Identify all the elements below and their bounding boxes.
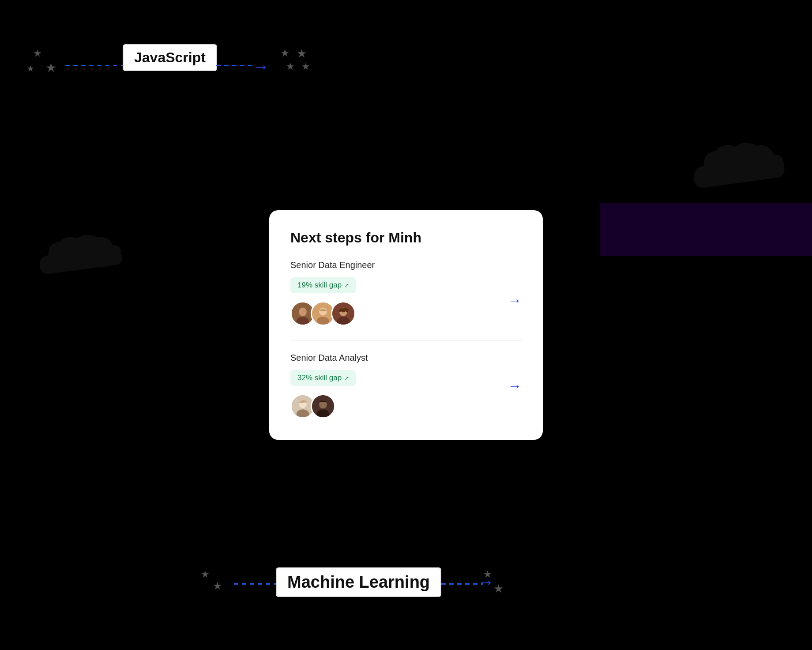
- role-title-analyst: Senior Data Analyst: [290, 353, 522, 363]
- star-icon-3: ★: [26, 64, 34, 73]
- svg-point-14: [317, 409, 330, 419]
- svg-rect-15: [320, 401, 326, 403]
- javascript-label: JavaScript: [134, 49, 206, 65]
- cloud-icon-right-top: [684, 137, 790, 205]
- star-icon-6: ★: [286, 62, 295, 72]
- dashed-line-ml-right: [441, 583, 483, 585]
- star-icon-2: ★: [45, 62, 56, 74]
- external-link-icon-engineer: ↗: [344, 282, 349, 289]
- dashed-line-top-right: [216, 65, 256, 66]
- star-icon-1: ★: [33, 49, 42, 58]
- svg-point-2: [297, 317, 309, 326]
- svg-point-4: [319, 308, 327, 316]
- star-icon-7: ★: [301, 62, 310, 72]
- avatar-5: [311, 394, 335, 419]
- navigate-arrow-analyst[interactable]: →: [508, 378, 522, 394]
- avatars-analyst: [290, 394, 522, 419]
- top-arrow-icon: →: [252, 57, 269, 76]
- navigate-arrow-engineer[interactable]: →: [508, 292, 522, 308]
- next-steps-card: Next steps for Minh Senior Data Engineer…: [269, 210, 543, 440]
- svg-point-5: [317, 317, 330, 326]
- svg-point-11: [297, 409, 309, 419]
- dark-stripe: [600, 203, 812, 256]
- role-section-engineer: Senior Data Engineer 19% skill gap ↗: [290, 260, 522, 340]
- skill-gap-text-analyst: 32% skill gap: [297, 374, 342, 382]
- machine-learning-label: Machine Learning: [287, 573, 430, 591]
- avatars-engineer: [290, 301, 522, 326]
- star-icon-5: ★: [297, 48, 307, 59]
- role-title-engineer: Senior Data Engineer: [290, 260, 522, 270]
- javascript-skill-box: JavaScript: [123, 44, 217, 71]
- dashed-line-ml-left: [234, 583, 277, 585]
- skill-gap-badge-engineer[interactable]: 19% skill gap ↗: [290, 277, 356, 293]
- dashed-line-top-left: [65, 65, 123, 66]
- bottom-section: Machine Learning →: [0, 518, 812, 650]
- role-section-analyst: Senior Data Analyst 32% skill gap ↗: [290, 353, 522, 419]
- external-link-icon-analyst: ↗: [344, 375, 349, 382]
- skill-gap-text-engineer: 19% skill gap: [297, 281, 342, 290]
- card-title: Next steps for Minh: [290, 230, 522, 246]
- svg-point-8: [337, 317, 350, 326]
- star-icon-4: ★: [280, 48, 290, 58]
- avatar-3: [331, 301, 356, 326]
- cloud-icon-left: [31, 230, 128, 289]
- ml-arrow-icon: →: [477, 573, 494, 592]
- skill-gap-badge-analyst[interactable]: 32% skill gap ↗: [290, 370, 356, 386]
- machine-learning-skill-box: Machine Learning: [276, 567, 441, 597]
- svg-point-1: [299, 308, 307, 317]
